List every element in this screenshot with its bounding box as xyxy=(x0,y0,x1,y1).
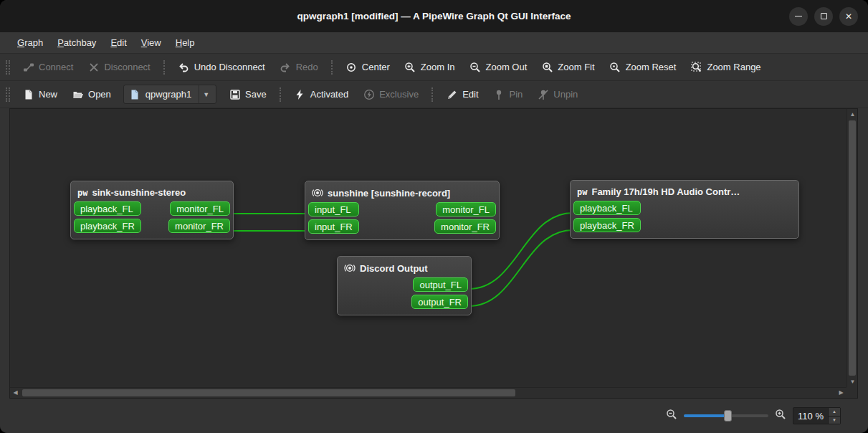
node-sink-sunshine-stereo[interactable]: pw sink-sunshine-stereo playback_FL play… xyxy=(70,181,234,239)
zoom-spin-up[interactable]: ▲ xyxy=(829,408,840,416)
node-title: sunshine [sunshine-record] xyxy=(328,188,450,199)
patchbay-file-icon xyxy=(129,88,141,100)
open-folder-icon xyxy=(72,88,84,100)
minimize-button[interactable] xyxy=(789,7,808,26)
port-input[interactable]: playback_FR xyxy=(74,219,141,233)
node-title: Discord Output xyxy=(360,263,428,274)
graph-canvas[interactable]: pw sink-sunshine-stereo playback_FL play… xyxy=(10,109,846,387)
port-input[interactable]: input_FL xyxy=(308,202,359,217)
toolbar-handle[interactable] xyxy=(6,87,10,102)
port-output[interactable]: monitor_FR xyxy=(434,219,496,234)
pin-button[interactable]: Pin xyxy=(487,84,530,105)
statusbar: 110 % ▲ ▼ xyxy=(0,399,868,433)
maximize-icon xyxy=(821,13,827,19)
connection[interactable] xyxy=(469,230,573,306)
redo-button[interactable]: Redo xyxy=(273,57,325,78)
node-title: Family 17h/19h HD Audio Contr… xyxy=(591,186,740,197)
redo-icon xyxy=(280,61,292,73)
exclusive-button[interactable]: Exclusive xyxy=(356,84,425,105)
pipewire-icon: pw xyxy=(577,187,587,197)
port-input[interactable]: playback_FL xyxy=(74,201,141,216)
app-window: qpwgraph1 [modified] — A PipeWire Graph … xyxy=(0,0,868,433)
port-input[interactable]: playback_FL xyxy=(573,201,641,215)
node-family-hd-audio[interactable]: pw Family 17h/19h HD Audio Contr… playba… xyxy=(570,180,799,239)
zoom-in-icon xyxy=(404,61,416,73)
unpin-button[interactable]: Unpin xyxy=(530,84,584,105)
chevron-down-icon: ▼ xyxy=(199,85,213,103)
menu-view[interactable]: View xyxy=(134,32,168,53)
pipewire-icon: pw xyxy=(77,188,87,198)
unpin-icon xyxy=(537,88,549,100)
edit-button[interactable]: Edit xyxy=(439,84,485,105)
zoom-in-icon xyxy=(775,409,786,423)
node-sunshine-record[interactable]: sunshine [sunshine-record] input_FL inpu… xyxy=(305,181,500,240)
save-button[interactable]: Save xyxy=(222,84,273,105)
zoom-spinbox[interactable]: 110 % ▲ ▼ xyxy=(793,407,841,424)
zoom-in-button[interactable]: Zoom In xyxy=(398,57,462,78)
patchbay-combo[interactable]: qpwgraph1 ▼ xyxy=(123,85,216,104)
zoom-range-button[interactable]: Zoom Range xyxy=(684,57,767,78)
scroll-left-arrow[interactable]: ◀ xyxy=(10,388,21,398)
vertical-scrollbar[interactable]: ▲ ▼ xyxy=(846,109,857,387)
menu-edit[interactable]: Edit xyxy=(103,32,133,53)
titlebar[interactable]: qpwgraph1 [modified] — A PipeWire Graph … xyxy=(0,0,868,32)
toolbar-separator xyxy=(163,60,165,75)
menubar: Graph Patchbay Edit View Help xyxy=(0,32,868,54)
record-icon xyxy=(344,262,356,274)
open-button[interactable]: Open xyxy=(65,84,118,105)
scroll-right-arrow[interactable]: ▶ xyxy=(836,388,846,398)
edit-pencil-icon xyxy=(446,88,458,100)
toolbar-separator xyxy=(431,87,433,102)
connect-button[interactable]: Connect xyxy=(16,57,80,78)
center-icon xyxy=(345,61,358,73)
zoom-out-icon xyxy=(666,409,677,423)
toolbar-handle[interactable] xyxy=(6,60,10,75)
undo-icon xyxy=(178,61,190,73)
scroll-up-arrow[interactable]: ▲ xyxy=(847,109,858,120)
zoom-slider[interactable] xyxy=(684,409,768,422)
zoom-spin-down[interactable]: ▼ xyxy=(829,416,840,424)
record-icon xyxy=(312,187,323,199)
center-button[interactable]: Center xyxy=(339,57,396,78)
port-output[interactable]: monitor_FL xyxy=(170,201,230,216)
toolbar-file: New Open qpwgraph1 ▼ Save Ac xyxy=(0,81,868,108)
node-discord-output[interactable]: Discord Output output_FL output_FR xyxy=(337,256,472,315)
zoom-range-icon xyxy=(690,61,702,73)
activated-button[interactable]: Activated xyxy=(287,84,355,105)
zoom-out-button[interactable]: Zoom Out xyxy=(463,57,534,78)
activated-bolt-icon xyxy=(294,88,306,100)
toolbar-separator xyxy=(280,87,281,102)
new-button[interactable]: New xyxy=(16,84,64,105)
zoom-fit-button[interactable]: Zoom Fit xyxy=(535,57,601,78)
connections-layer xyxy=(10,109,846,387)
zoom-value: 110 % xyxy=(793,408,828,424)
toolbar-separator xyxy=(331,60,333,75)
port-output[interactable]: monitor_FR xyxy=(168,219,230,233)
horizontal-scrollbar[interactable]: ◀ ▶ xyxy=(10,387,846,398)
scroll-down-arrow[interactable]: ▼ xyxy=(847,376,858,387)
undo-disconnect-button[interactable]: Undo Disconnect xyxy=(171,57,272,78)
menu-graph[interactable]: Graph xyxy=(10,32,50,53)
vertical-scroll-thumb[interactable] xyxy=(849,120,856,376)
menu-help[interactable]: Help xyxy=(168,32,202,53)
patchbay-combo-value: qpwgraph1 xyxy=(146,89,191,100)
close-button[interactable]: ✕ xyxy=(839,7,858,26)
minimize-icon xyxy=(795,16,802,16)
horizontal-scroll-thumb[interactable] xyxy=(22,389,515,396)
exclusive-bolt-icon xyxy=(363,88,375,100)
menu-patchbay[interactable]: Patchbay xyxy=(50,32,103,53)
port-input[interactable]: input_FR xyxy=(308,219,359,234)
connect-icon xyxy=(22,61,34,73)
maximize-button[interactable] xyxy=(814,7,833,26)
port-output[interactable]: output_FL xyxy=(413,277,468,292)
port-input[interactable]: playback_FR xyxy=(573,218,641,232)
port-output[interactable]: monitor_FL xyxy=(436,202,496,217)
disconnect-button[interactable]: Disconnect xyxy=(81,57,156,78)
toolbar-graph: Connect Disconnect Undo Disconnect Redo xyxy=(0,54,868,81)
port-output[interactable]: output_FR xyxy=(411,295,468,309)
window-controls: ✕ xyxy=(789,0,858,32)
zoom-slider-handle[interactable] xyxy=(724,410,732,422)
zoom-reset-button[interactable]: Zoom Reset xyxy=(603,57,683,78)
scrollbar-corner xyxy=(846,387,857,398)
window-title: qpwgraph1 [modified] — A PipeWire Graph … xyxy=(297,11,571,22)
